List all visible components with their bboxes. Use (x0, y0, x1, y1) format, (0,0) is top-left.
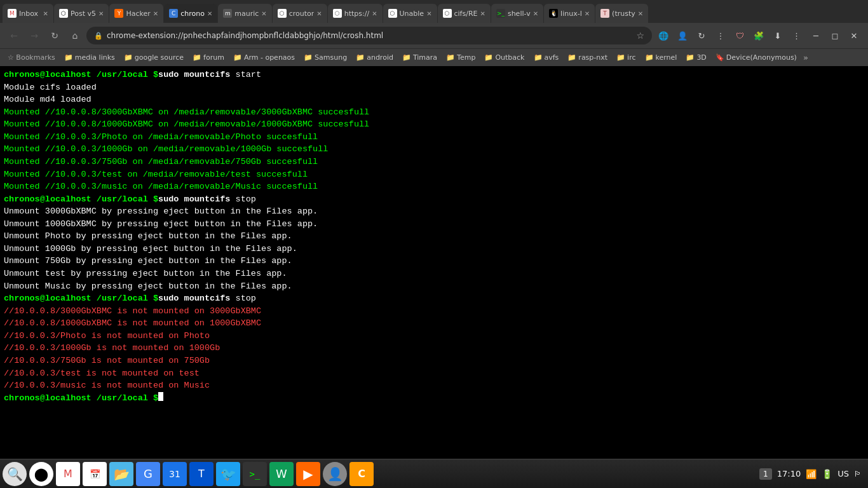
bookmark-0[interactable]: 📁media links (60, 52, 119, 63)
tab-linux[interactable]: 🐧linux-l✕ (544, 4, 595, 23)
bookmark-icon-11: 📁 (616, 53, 625, 62)
extensions-icon[interactable]: 🧩 (750, 27, 768, 44)
window-maximize[interactable]: ◻ (826, 27, 844, 44)
terminal-output-text: Unmount Photo by pressing eject button i… (4, 230, 292, 243)
bookmark-label-10: rasp-nxt (578, 53, 607, 62)
bookmark-11[interactable]: 📁irc (613, 52, 639, 63)
tab-crouton[interactable]: ⬡croutor✕ (273, 4, 327, 23)
terminal-output-text: //10.0.0.8/3000GbXBMC is not mounted on … (4, 305, 261, 318)
bookmark-5[interactable]: 📁android (352, 52, 397, 63)
bookmark-label-13: 3D (696, 53, 706, 62)
window-minimize[interactable]: ─ (807, 27, 825, 44)
taskbar-icon-cursor[interactable]: C (349, 462, 374, 486)
bookmark-7[interactable]: 📁Temp (442, 52, 479, 63)
terminal-output-text: Mounted //10.0.0.8/1000GbXBMC on /media/… (4, 118, 369, 131)
taskbar-icon-files[interactable]: 📂 (109, 462, 133, 486)
taskbar-icon-docs[interactable]: G (136, 462, 160, 486)
terminal-output-text: //10.0.0.8/1000GbXBMC is not mounted on … (4, 317, 261, 330)
tab-https[interactable]: ⬡https://✕ (328, 4, 383, 23)
terminal[interactable]: chronos@localhost /usr/local $ sudo moun… (0, 66, 868, 459)
profile-button[interactable]: 👤 (674, 27, 691, 44)
tab-label-shell: shell-v (508, 10, 531, 18)
taskbar-icon-vlc[interactable]: ▶ (296, 462, 320, 486)
tab-mauric[interactable]: mmauric✕ (218, 4, 271, 23)
taskbar-icon-trello[interactable]: T (189, 462, 214, 486)
terminal-output-text: Unmount test by pressing eject button in… (4, 268, 287, 280)
taskbar-icon-gmail[interactable]: M (56, 462, 80, 486)
tab-close-mauric[interactable]: ✕ (261, 10, 266, 17)
tab-label-mauric: mauric (234, 10, 259, 18)
tab-close-https[interactable]: ✕ (372, 10, 377, 17)
bookmark-8[interactable]: 📁Outback (480, 52, 528, 63)
terminal-output-text: Unmount 750Gb by pressing eject button i… (4, 255, 292, 268)
sync-button[interactable]: ↻ (693, 27, 710, 44)
bookmark-6[interactable]: 📁Timara (398, 52, 441, 63)
bookmark-10[interactable]: 📁rasp-nxt (564, 52, 611, 63)
bookmark-1[interactable]: 📁google source (120, 52, 187, 63)
bookmark-label-11: irc (627, 53, 635, 62)
taskbar-icon-calendar2[interactable]: 31 (163, 462, 187, 486)
bookmark-2[interactable]: 📁forum (189, 52, 228, 63)
tab-close-shell[interactable]: ✕ (533, 10, 538, 17)
window-close[interactable]: ✕ (845, 27, 863, 44)
bookmark-12[interactable]: 📁kernel (641, 52, 681, 63)
taskbar-icon-chrome[interactable]: ⬤ (29, 462, 53, 486)
tab-label-https: https:// (344, 10, 369, 18)
taskbar-icon-docs2[interactable]: W (269, 462, 294, 486)
terminal-output-text: Mounted //10.0.0.3/Photo on /media/remov… (4, 131, 318, 144)
bookmark-14[interactable]: 🔖Device(Anonymous) (712, 52, 801, 63)
reload-button[interactable]: ↻ (46, 27, 64, 44)
terminal-line: Mounted //10.0.0.3/Photo on /media/remov… (4, 131, 864, 144)
taskbar-icon-calendar[interactable]: 📅 (83, 462, 107, 486)
terminal-output-text: Unmount 3000GbXBMC by pressing eject but… (4, 205, 318, 218)
tab-inbox[interactable]: MInbox✕ (3, 4, 53, 23)
bookmark-13[interactable]: 📁3D (682, 52, 710, 63)
tab-close-cifs[interactable]: ✕ (480, 10, 485, 17)
terminal-line: chronos@localhost /usr/local $ sudo moun… (4, 292, 864, 305)
tab-close-post[interactable]: ✕ (98, 10, 104, 17)
tab-label-unable: Unable (400, 10, 424, 18)
taskbar-icon-crosh[interactable]: >_ (243, 462, 267, 486)
bookmark-icon-14: 🔖 (715, 53, 724, 62)
tab-close-trusty[interactable]: ✕ (638, 10, 643, 17)
tab-close-crouton[interactable]: ✕ (316, 10, 322, 17)
taskbar-icon-tweetdeck[interactable]: 🐦 (216, 462, 240, 486)
tab-close-unable[interactable]: ✕ (426, 10, 431, 17)
tab-close-chrono[interactable]: ✕ (207, 10, 212, 17)
settings-icon[interactable]: ⋮ (712, 27, 729, 44)
tab-chrono[interactable]: Cchrono✕ (164, 4, 217, 23)
bookmark-9[interactable]: 📁avfs (530, 52, 563, 63)
more-button[interactable]: ⋮ (788, 27, 806, 44)
bookmark-label-3: Arm - openaos (244, 53, 295, 62)
back-button[interactable]: ← (5, 27, 23, 44)
tab-hacker[interactable]: YHacker✕ (109, 4, 163, 23)
home-button[interactable]: ⌂ (66, 27, 84, 44)
terminal-output-text: //10.0.0.3/music is not mounted on Music (4, 379, 210, 392)
terminal-line: Module cifs loaded (4, 81, 864, 94)
url-text: chrome-extension://pnhechapfaindjhompbnf… (107, 31, 632, 40)
bookmark-3[interactable]: 📁Arm - openaos (229, 52, 299, 63)
terminal-output-text: //10.0.0.3/Photo is not mounted on Photo (4, 330, 210, 342)
tab-cifs[interactable]: ⬡cifs/RE✕ (438, 4, 491, 23)
url-bar[interactable]: 🔒 chrome-extension://pnhechapfaindjhompb… (86, 27, 652, 44)
taskbar-right: 1 17:10 📶 🔋 US 🏳 (759, 469, 865, 479)
tab-post[interactable]: ⬡Post v5✕ (54, 4, 109, 23)
tab-favicon-chrono: C (169, 9, 178, 18)
star-icon[interactable]: ☆ (636, 30, 644, 41)
shield-icon[interactable]: 🛡 (731, 27, 749, 44)
tab-trusty[interactable]: T(trusty✕ (595, 4, 648, 23)
tab-close-hacker[interactable]: ✕ (153, 10, 158, 17)
download-icon[interactable]: ⬇ (769, 27, 787, 44)
bookmark-4[interactable]: 📁Samsung (300, 52, 351, 63)
tab-shell[interactable]: >_shell-v✕ (491, 4, 543, 23)
bookmark-icon-3: 📁 (233, 53, 242, 62)
terminal-output-text: Mounted //10.0.0.3/1000Gb on /media/remo… (4, 143, 328, 156)
taskbar-search[interactable]: 🔍 (3, 462, 27, 486)
bookmarks-more[interactable]: » (803, 53, 808, 62)
extensions-button[interactable]: 🌐 (654, 27, 672, 44)
tab-unable[interactable]: ⬡Unable✕ (383, 4, 437, 23)
tab-close-linux[interactable]: ✕ (585, 10, 590, 17)
forward-button[interactable]: → (25, 27, 43, 44)
taskbar-icon-user[interactable]: 👤 (323, 462, 347, 486)
tab-close-inbox[interactable]: ✕ (43, 10, 48, 17)
